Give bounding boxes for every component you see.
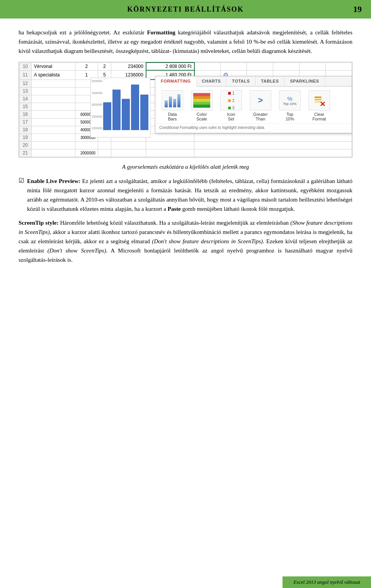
svg-rect-1	[315, 99, 322, 100]
bar-5	[140, 95, 148, 130]
qa-tab-tables[interactable]: TABLES	[255, 76, 284, 86]
checkbox-icon: ☑	[19, 177, 24, 184]
page-title: KÖRNYEZETI BEÁLLÍTÁSOK	[25, 5, 346, 14]
databars-icon-box	[162, 90, 183, 110]
colorscale-label: ColorScale	[196, 112, 207, 121]
databars-label: DataBars	[168, 112, 177, 121]
bar-chart: 6000000 5000000 4000000 3000000 2000000	[90, 78, 150, 137]
chart-y-axis: 6000000 5000000 4000000 3000000 2000000	[92, 80, 102, 130]
clearformat-icon	[312, 93, 326, 107]
qa-icon-top10[interactable]: % Top 10% Top10%	[276, 90, 304, 121]
svg-rect-0	[315, 97, 322, 98]
bar-4	[131, 85, 139, 130]
table-row: 21 2000000	[19, 149, 352, 157]
table-row: 19 3000000	[19, 134, 352, 141]
screentip-paragraph: ScreenTip style: Háromféle lehetőség köz…	[19, 218, 352, 264]
qa-icon-databars[interactable]: DataBars	[158, 90, 186, 121]
table-row: 20	[19, 141, 352, 149]
bar-1	[103, 102, 111, 130]
colorscale-icon-box	[191, 90, 213, 110]
clearformat-label: ClearFormat	[313, 112, 326, 121]
cell-e10: 2 808 000 Ft	[146, 63, 194, 70]
paragraph-1: ha bekapcsoljuk ezt a jelölőnégyzetet. A…	[19, 28, 352, 56]
greaterthan-icon: >	[258, 95, 263, 105]
page-number: 19	[346, 4, 362, 14]
cell-a10: Vérvonal	[31, 63, 75, 70]
footer-text: Excel 2013 angol nyelvű változat	[293, 579, 360, 585]
qa-tab-sparklines[interactable]: SPARKLINES	[285, 76, 325, 86]
greaterthan-label: GreaterThan	[253, 112, 267, 121]
clearformat-svg	[312, 93, 326, 107]
enable-live-preview-text: Enable Live Preview: Ez jelenti azt a sz…	[27, 176, 352, 214]
iconset-icon-box: ■ 1 ■ 2 ■ 3	[220, 90, 242, 110]
qa-tab-totals[interactable]: TOTALS	[226, 76, 255, 86]
clearformat-icon-box	[308, 90, 330, 110]
bar-3	[122, 99, 130, 130]
table-row: 10 Vérvonal 2 2 234000 2 808 000 Ft	[19, 63, 352, 70]
cell-c10: 2	[98, 63, 111, 70]
qa-icons-row: DataBars Colo	[155, 86, 352, 124]
qa-tab-formatting[interactable]: FORMATTING	[155, 76, 197, 86]
top10-label: Top10%	[286, 112, 294, 121]
cell-d10: 234000	[111, 63, 146, 70]
caption: A gyorselemzés eszköztára a kijelölés al…	[19, 164, 352, 170]
screentip-label: ScreenTip style:	[19, 220, 58, 226]
iconset-icon: ■ 1 ■ 2 ■ 3	[228, 90, 234, 111]
page-footer: Excel 2013 angol nyelvű változat	[283, 576, 371, 588]
colorscale-icon	[193, 93, 210, 108]
qa-icon-clearformat[interactable]: ClearFormat	[305, 90, 333, 121]
cell-b10: 2	[75, 63, 98, 70]
qa-icon-greaterthan[interactable]: > GreaterThan	[247, 90, 274, 121]
top10-icon-box: % Top 10%	[279, 90, 301, 110]
enable-live-preview-section: ☑ Enable Live Preview: Ez jelenti azt a …	[19, 176, 352, 214]
qa-icon-colorscale[interactable]: ColorScale	[188, 90, 216, 121]
enable-live-preview-label: Enable Live Preview:	[27, 178, 80, 184]
qa-toolbar: FORMATTING CHARTS TOTALS TABLES SPARKLIN…	[155, 76, 352, 133]
bar-2	[112, 90, 121, 130]
greaterthan-icon-box: >	[250, 90, 271, 110]
qa-tab-charts[interactable]: CHARTS	[197, 76, 227, 86]
excel-screenshot: 10 Vérvonal 2 2 234000 2 808 000 Ft	[19, 62, 352, 158]
main-content: ha bekapcsoljuk ezt a jelölőnégyzetet. A…	[0, 19, 371, 278]
page-header: KÖRNYEZETI BEÁLLÍTÁSOK 19	[0, 0, 371, 19]
databars-icon	[165, 93, 180, 107]
row-number: 10	[19, 63, 32, 70]
qa-icon-iconset[interactable]: ■ 1 ■ 2 ■ 3	[217, 90, 245, 121]
top10-icon: % Top 10%	[283, 95, 296, 106]
qa-footer-text: Conditional Formatting uses rules to hig…	[155, 124, 352, 133]
qa-tabs: FORMATTING CHARTS TOTALS TABLES SPARKLIN…	[155, 76, 352, 86]
iconset-label: IconSet	[227, 112, 235, 121]
